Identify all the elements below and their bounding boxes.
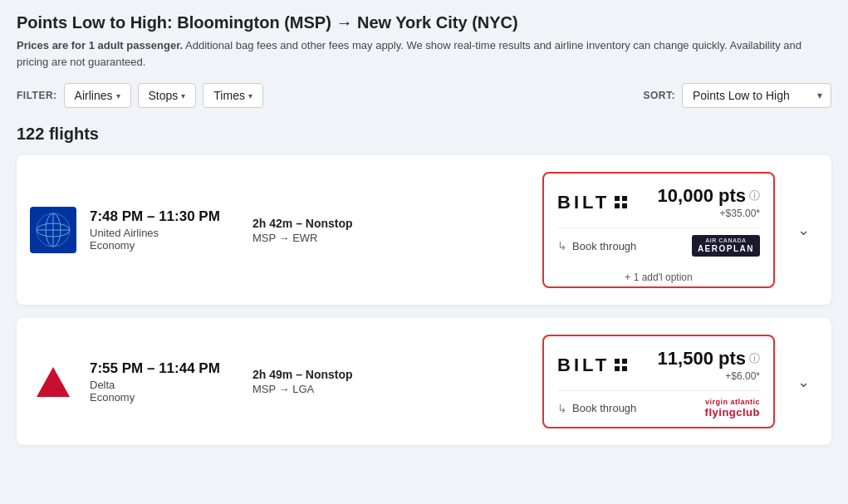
- expand-flight-1-button[interactable]: ⌄: [788, 215, 818, 245]
- bilt-card-2-top: BILT 11,500 pts ⓘ +$6.00*: [557, 348, 760, 382]
- book-through-text-1: Book through: [572, 240, 636, 252]
- bilt-points-value-1: 10,000 pts: [658, 185, 746, 207]
- bilt-info-icon-2[interactable]: ⓘ: [749, 351, 760, 366]
- sort-section: SORT: Points Low to High ▾: [644, 83, 832, 108]
- flight-1-times: 7:48 PM – 11:30 PM United Airlines Econo…: [90, 208, 239, 252]
- bilt-add-option-1[interactable]: + 1 add'l option: [557, 268, 760, 286]
- flight-2-route: MSP → LGA: [252, 383, 419, 395]
- sort-dropdown[interactable]: Points Low to High ▾: [682, 83, 831, 108]
- flight-2-airline: Delta: [90, 379, 239, 391]
- filter-label: FILTER:: [17, 90, 57, 101]
- bilt-points-section-2: 11,500 pts ⓘ +$6.00*: [658, 348, 760, 382]
- page-subtitle: Prices are for 1 adult passenger. Additi…: [17, 37, 831, 70]
- subtitle-bold: Prices are for 1 adult passenger.: [17, 39, 183, 51]
- filter-times-label: Times: [213, 89, 245, 102]
- bilt-book-row-2[interactable]: ↳ Book through virgin atlantic flyingclu…: [557, 390, 760, 427]
- flight-2-details: 2h 49m – Nonstop MSP → LGA: [252, 368, 419, 395]
- flight-2-times: 7:55 PM – 11:44 PM Delta Economy: [90, 360, 239, 404]
- page-title: Points Low to High: Bloomington (MSP) → …: [17, 13, 831, 32]
- bilt-card-2: BILT 11,500 pts ⓘ +$6.00* ↳ Book throug: [542, 335, 775, 428]
- filter-stops-button[interactable]: Stops ▾: [138, 83, 197, 108]
- delta-triangle-icon: [37, 367, 70, 397]
- aeroplan-text-1: AEROPLAN: [698, 244, 754, 254]
- filter-sort-row: FILTER: Airlines ▾ Stops ▾ Times ▾ SORT:…: [17, 83, 831, 108]
- flight-1-cabin: Economy: [90, 239, 239, 252]
- bilt-cash-2: +$6.00*: [658, 370, 760, 382]
- airlines-chevron-icon: ▾: [116, 91, 120, 100]
- flight-card: 7:48 PM – 11:30 PM United Airlines Econo…: [17, 155, 831, 305]
- flight-1-route: MSP → EWR: [252, 232, 419, 244]
- filter-section: FILTER: Airlines ▾ Stops ▾ Times ▾: [17, 83, 263, 108]
- sort-label: SORT:: [644, 90, 676, 101]
- bilt-grid-icon-1: [615, 196, 628, 209]
- flight-1-airline: United Airlines: [90, 227, 239, 239]
- bilt-info-icon-1[interactable]: ⓘ: [749, 188, 760, 203]
- aeroplan-badge-1: AIR CANADA AEROPLAN: [692, 235, 760, 257]
- stops-chevron-icon: ▾: [181, 91, 185, 100]
- sort-chevron-icon: ▾: [817, 90, 822, 101]
- expand-flight-2-button[interactable]: ⌄: [788, 367, 818, 397]
- book-arrow-icon-1: ↳: [557, 239, 567, 252]
- flight-2-duration: 2h 49m – Nonstop: [252, 368, 419, 381]
- flight-1-duration: 2h 42m – Nonstop: [252, 217, 419, 230]
- flying-club-label: flyingclub: [705, 406, 760, 418]
- book-arrow-icon-2: ↳: [557, 402, 567, 415]
- virgin-badge-2: virgin atlantic flyingclub: [705, 398, 760, 418]
- flights-count: 122 flights: [17, 121, 831, 144]
- flight-card-2: 7:55 PM – 11:44 PM Delta Economy 2h 49m …: [17, 318, 831, 445]
- sort-current-value: Points Low to High: [693, 89, 790, 102]
- filter-times-button[interactable]: Times ▾: [203, 83, 263, 108]
- air-canada-label-1: AIR CANADA: [705, 237, 746, 244]
- bilt-cash-1: +$35.00*: [658, 208, 760, 219]
- bilt-book-row-1[interactable]: ↳ Book through AIR CANADA AEROPLAN: [557, 228, 760, 265]
- book-through-label-1: ↳ Book through: [557, 239, 636, 252]
- bilt-points-section-1: 10,000 pts ⓘ +$35.00*: [658, 185, 760, 219]
- bilt-grid-icon-2: [615, 359, 628, 372]
- flight-1-time-range: 7:48 PM – 11:30 PM: [90, 208, 239, 225]
- flight-1-details: 2h 42m – Nonstop MSP → EWR: [252, 217, 419, 244]
- flight-2-time-range: 7:55 PM – 11:44 PM: [90, 360, 239, 377]
- filter-airlines-label: Airlines: [75, 89, 113, 102]
- bilt-points-value-2: 11,500 pts: [658, 348, 746, 369]
- filter-stops-label: Stops: [149, 89, 179, 102]
- book-through-text-2: Book through: [572, 402, 636, 414]
- delta-airlines-logo: [30, 359, 76, 405]
- united-airlines-logo: [30, 207, 76, 253]
- book-through-label-2: ↳ Book through: [557, 402, 636, 415]
- bilt-card-1: BILT 10,000 pts ⓘ +$35.00* ↳ Book throu: [542, 172, 775, 288]
- bilt-logo-2: BILT: [557, 355, 628, 376]
- virgin-atlantic-label: virgin atlantic: [705, 398, 760, 406]
- flight-2-cabin: Economy: [90, 391, 239, 404]
- times-chevron-icon: ▾: [248, 91, 252, 100]
- bilt-card-1-top: BILT 10,000 pts ⓘ +$35.00*: [557, 185, 760, 219]
- bilt-logo-1: BILT: [557, 192, 628, 213]
- filter-airlines-button[interactable]: Airlines ▾: [64, 83, 131, 108]
